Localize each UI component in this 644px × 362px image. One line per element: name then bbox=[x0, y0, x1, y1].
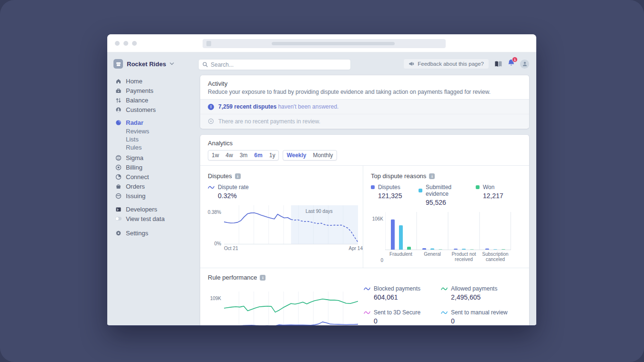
billing-icon bbox=[115, 164, 122, 171]
sidebar-item-radar[interactable]: Radar bbox=[115, 118, 200, 127]
sidebar-item-label: Sigma bbox=[126, 154, 143, 161]
sidebar-item-issuing[interactable]: Issuing bbox=[115, 191, 200, 201]
sidebar-item-home[interactable]: Home bbox=[115, 76, 200, 86]
range-option-3m[interactable]: 3m bbox=[236, 151, 251, 160]
sidebar-item-balance[interactable]: Balance bbox=[115, 95, 200, 105]
activity-notice[interactable]: !7,259 recent disputes haven't been answ… bbox=[200, 100, 529, 114]
dispute-rate-chart: 0.38% 0% Last 90 days Oct 21Apr 14 bbox=[208, 205, 363, 251]
feedback-button[interactable]: Feedback about this page? bbox=[403, 59, 489, 69]
address-bar[interactable] bbox=[203, 39, 446, 48]
sidebar-item-label: Payments bbox=[126, 87, 153, 94]
line-legend-icon bbox=[364, 311, 370, 315]
window-control-dot[interactable] bbox=[123, 41, 128, 46]
url-text-placeholder bbox=[272, 42, 395, 45]
sigma-icon bbox=[115, 155, 122, 161]
sidebar-item-connect[interactable]: Connect bbox=[115, 172, 200, 181]
dispute-rate-value: 0.32% bbox=[218, 192, 363, 200]
activity-title: Activity bbox=[208, 80, 521, 87]
sidebar-item-orders[interactable]: Orders bbox=[115, 181, 200, 191]
sidebar-item-label: Lists bbox=[126, 136, 139, 143]
bar-category-label: General bbox=[417, 251, 448, 262]
sidebar-item-label: Reviews bbox=[126, 128, 149, 135]
balance-icon bbox=[115, 97, 122, 103]
docs-icon[interactable] bbox=[494, 60, 502, 68]
connect-icon bbox=[115, 174, 122, 180]
sidebar-item-rules[interactable]: Rules bbox=[115, 143, 200, 151]
test-data-toggle[interactable] bbox=[115, 216, 122, 221]
person-icon bbox=[522, 61, 528, 67]
sidebar-item-payments[interactable]: Payments bbox=[115, 86, 200, 95]
sidebar-item-label: Orders bbox=[126, 183, 145, 190]
notice-link[interactable]: 7,259 recent disputes bbox=[218, 103, 276, 110]
legend-value: 95,526 bbox=[426, 199, 476, 206]
notification-badge: 1 bbox=[512, 57, 518, 62]
sidebar-item-label: Radar bbox=[126, 119, 143, 126]
range-option-6m[interactable]: 6m bbox=[251, 151, 266, 160]
bar-category-label: Product not received bbox=[448, 251, 480, 262]
bar-category-label: Subscription canceled bbox=[480, 251, 511, 262]
analytics-card: Analytics 1w4w3m6m1y WeeklyMonthly Dispu… bbox=[200, 135, 529, 326]
activity-card: Activity Reduce your exposure to fraud b… bbox=[200, 75, 529, 129]
legend-item-won: Won12,217 bbox=[476, 184, 523, 206]
info-icon[interactable]: i bbox=[429, 173, 435, 179]
range-option-1y[interactable]: 1y bbox=[266, 151, 279, 160]
window-controls[interactable] bbox=[115, 41, 137, 46]
legend-item-submitted-evidence: Submitted evidence95,526 bbox=[419, 184, 476, 206]
window-control-dot[interactable] bbox=[115, 41, 120, 46]
notifications-button[interactable]: 1 bbox=[508, 59, 515, 69]
sidebar-item-reviews[interactable]: Reviews bbox=[115, 127, 200, 135]
sidebar-item-label: Settings bbox=[126, 230, 148, 237]
range-option-1w[interactable]: 1w bbox=[208, 151, 222, 160]
analytics-title: Analytics bbox=[208, 140, 521, 147]
legend-swatch bbox=[419, 189, 422, 192]
orders-icon bbox=[115, 183, 122, 190]
sidebar-item-label: View test data bbox=[126, 215, 164, 222]
sidebar-nav: HomePaymentsBalanceCustomersRadarReviews… bbox=[107, 75, 200, 326]
line-legend-icon bbox=[441, 287, 448, 291]
issuing-icon bbox=[115, 193, 122, 199]
rule-performance-title: Rule performance bbox=[208, 274, 257, 281]
window-control-dot[interactable] bbox=[132, 41, 137, 46]
user-avatar[interactable] bbox=[520, 60, 529, 69]
stat-value: 2,495,605 bbox=[451, 293, 522, 301]
date-range-selector: 1w4w3m6m1y bbox=[208, 150, 279, 161]
sidebar-item-billing[interactable]: Billing bbox=[115, 162, 200, 172]
bar-category-label: Fraudulent bbox=[385, 251, 417, 262]
interval-option-weekly[interactable]: Weekly bbox=[283, 151, 309, 160]
sidebar-item-lists[interactable]: Lists bbox=[115, 135, 200, 143]
top-dispute-reasons-plot bbox=[385, 212, 511, 250]
app-topbar: Rocket Rides Search... Feedback about th… bbox=[107, 52, 536, 75]
top-dispute-reasons-panel: Top dispute reasonsi Disputes121,325Subm… bbox=[363, 166, 529, 268]
legend-swatch bbox=[476, 185, 480, 189]
developers-icon bbox=[115, 206, 122, 212]
sidebar-item-customers[interactable]: Customers bbox=[115, 105, 200, 114]
stat-value: 0 bbox=[374, 317, 441, 325]
rule-performance-chart: 109K 0 Oct 21Apr 14 bbox=[208, 292, 363, 326]
interval-option-monthly[interactable]: Monthly bbox=[310, 151, 337, 160]
browser-window: Rocket Rides Search... Feedback about th… bbox=[107, 34, 536, 326]
bar-category-labels: FraudulentGeneralProduct not receivedSub… bbox=[385, 251, 529, 262]
top-dispute-reasons-title: Top dispute reasons bbox=[371, 172, 426, 180]
stat-allowed-payments: Allowed payments2,495,605 bbox=[441, 285, 522, 301]
info-icon[interactable]: i bbox=[235, 173, 241, 179]
dispute-rate-label: Dispute rate bbox=[218, 184, 249, 191]
home-icon bbox=[115, 78, 122, 84]
sidebar-item-developers[interactable]: Developers bbox=[115, 204, 200, 214]
stat-sent-to-3d-secure: Sent to 3D Secure0 bbox=[364, 309, 441, 325]
customers-icon bbox=[115, 107, 122, 113]
chevron-down-icon bbox=[170, 62, 174, 65]
dispute-rate-plot bbox=[224, 205, 358, 244]
range-option-4w[interactable]: 4w bbox=[222, 151, 236, 160]
line-legend-icon bbox=[441, 311, 448, 315]
sidebar-item-settings[interactable]: Settings bbox=[115, 228, 200, 238]
stat-value: 0 bbox=[451, 317, 522, 325]
legend-value: 121,325 bbox=[378, 192, 419, 200]
legend-item-disputes: Disputes121,325 bbox=[371, 184, 419, 206]
rule-performance-panel: Rule performancei 109K 0 Oct 21Apr 14 Bl… bbox=[200, 268, 529, 326]
sidebar-item-sigma[interactable]: Sigma bbox=[115, 153, 200, 162]
info-icon[interactable]: i bbox=[260, 275, 266, 281]
search-input[interactable]: Search... bbox=[199, 60, 350, 70]
disputes-panel: Disputesi Dispute rate 0.32% 0.38% 0% La… bbox=[200, 166, 363, 268]
business-switcher[interactable]: Rocket Rides bbox=[113, 59, 174, 69]
sidebar-item-view-test-data[interactable]: View test data bbox=[115, 214, 200, 223]
